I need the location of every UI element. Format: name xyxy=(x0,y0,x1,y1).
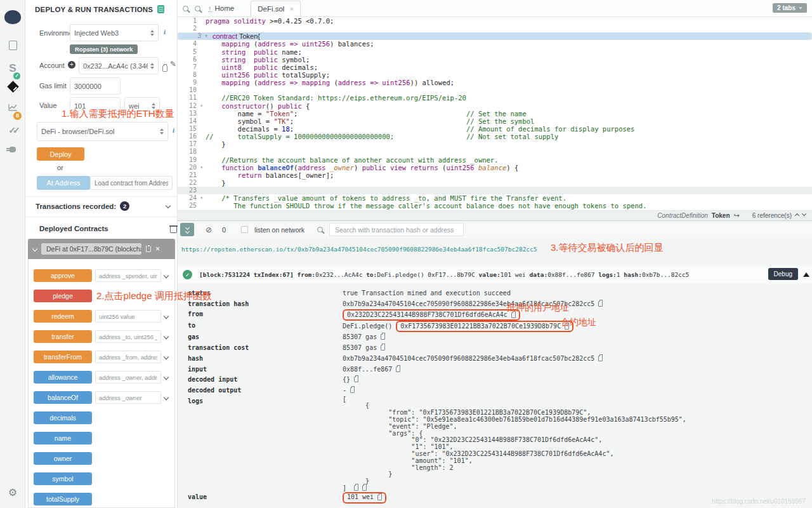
listen-checkbox[interactable] xyxy=(241,226,248,233)
copy-icon[interactable] xyxy=(354,485,358,491)
plugin-book-icon[interactable] xyxy=(157,5,164,13)
code-line[interactable]: 8 uint256 public totalSupply; xyxy=(178,71,812,79)
terminal-expand-icon[interactable] xyxy=(180,223,194,236)
expand-redeem-icon[interactable] xyxy=(164,314,169,319)
code-line[interactable]: 24▾ /* Transfers _value amount of tokens… xyxy=(178,194,812,202)
zoom-in-icon[interactable] xyxy=(195,6,200,11)
prev-reference-icon[interactable] xyxy=(795,213,799,218)
collapse-tx-icon[interactable] xyxy=(803,272,809,277)
code-line[interactable]: 21 return balances[_owner]; xyxy=(178,171,812,179)
deployed-contract-header[interactable]: DeFi at 0xF17...8b79C (blockchain) × xyxy=(28,239,175,259)
debug-button[interactable]: Debug xyxy=(768,268,798,280)
copy-icon[interactable] xyxy=(396,366,400,372)
at-address-input[interactable] xyxy=(90,176,173,190)
transfer-button[interactable]: transfer xyxy=(34,330,92,343)
owner-button[interactable]: owner xyxy=(34,452,92,465)
clear-contracts-trash-icon[interactable] xyxy=(170,225,177,233)
contract-info-icon[interactable]: i xyxy=(173,126,174,134)
deploy-run-icon[interactable] xyxy=(0,83,25,91)
code-line[interactable]: 14 symbol = "TK"; // Set the symbol xyxy=(178,117,812,125)
balanceOf-button[interactable]: balanceOf xyxy=(34,391,92,404)
contract-select[interactable]: DeFi - browser/DeFi.sol xyxy=(37,122,168,141)
copy-icon[interactable] xyxy=(598,356,603,361)
copy-icon[interactable] xyxy=(350,387,355,393)
environment-info-icon[interactable]: i xyxy=(164,28,166,36)
close-tab-icon[interactable]: × xyxy=(289,5,293,13)
settings-gear-icon[interactable]: ⚙ xyxy=(0,486,25,498)
code-line[interactable]: 10 xyxy=(178,86,812,94)
approve-args-input[interactable] xyxy=(95,269,161,282)
at-address-button[interactable]: At Address xyxy=(37,176,90,190)
expand-allowance-icon[interactable] xyxy=(164,375,169,380)
approve-button[interactable]: approve xyxy=(34,269,92,282)
tab-defi-sol[interactable]: DeFi.sol× xyxy=(251,1,301,18)
redeem-args-input[interactable] xyxy=(95,310,161,323)
remove-contract-icon[interactable]: × xyxy=(155,244,160,253)
pledge-button[interactable]: pledge xyxy=(34,290,92,302)
expand-approve-icon[interactable] xyxy=(164,273,169,278)
unit-testing-icon[interactable]: ✓✓ xyxy=(0,125,25,135)
code-line[interactable]: 13 name = "Token"; // Set the name xyxy=(178,110,812,117)
copy-contract-icon[interactable] xyxy=(146,246,151,252)
code-line[interactable]: 3▾contract Token{ xyxy=(178,32,812,40)
transferFrom-button[interactable]: transferFrom xyxy=(34,351,92,363)
terminal-search-input[interactable] xyxy=(329,223,464,236)
gas-limit-input[interactable] xyxy=(70,77,121,95)
totalSupply-button[interactable]: totalSupply xyxy=(34,493,92,505)
code-line[interactable]: 7 uint8 public decimals; xyxy=(178,64,812,71)
fold-icon[interactable]: ▾ xyxy=(200,102,203,110)
code-line[interactable]: 2 xyxy=(178,25,812,32)
publish-icon[interactable]: ↑ xyxy=(208,5,212,12)
copy-icon[interactable] xyxy=(598,301,603,307)
zoom-out-icon[interactable] xyxy=(183,6,188,11)
file-explorer-icon[interactable] xyxy=(0,41,25,50)
code-line[interactable]: 9 mapping (address => mapping (address =… xyxy=(178,79,812,86)
code-line[interactable]: 4 mapping (address => uint256) balances; xyxy=(178,40,812,48)
code-line[interactable]: 25 The function SHOULD throw if the mess… xyxy=(178,202,812,210)
code-line[interactable]: 1pragma solidity >=0.4.25 <0.7.0; xyxy=(178,17,812,25)
code-line[interactable]: 15 decimals = 18; // Amount of decimals … xyxy=(178,125,812,133)
terminal-body[interactable]: https://ropsten.etherscan.io/tx/0xb7b9a2… xyxy=(178,238,812,508)
solidity-compiler-icon[interactable]: S✓ xyxy=(0,62,25,75)
create-account-icon[interactable]: + xyxy=(68,61,75,69)
deploy-button[interactable]: Deploy xyxy=(37,147,84,161)
copy-icon[interactable] xyxy=(381,345,385,351)
fold-icon[interactable]: ▾ xyxy=(200,164,203,171)
contract-collapse-icon[interactable] xyxy=(32,246,37,251)
copy-icon[interactable] xyxy=(381,334,385,340)
code-line[interactable]: 17 } xyxy=(178,140,812,148)
sign-message-icon[interactable]: ✎ xyxy=(170,60,176,69)
code-line[interactable]: 22 } xyxy=(178,179,812,187)
analysis-icon[interactable]: 8 xyxy=(0,104,25,111)
next-reference-icon[interactable] xyxy=(802,211,806,216)
allowance-button[interactable]: allowance xyxy=(34,371,92,384)
balanceOf-args-input[interactable] xyxy=(95,391,161,404)
tab-home[interactable]: ↑Home xyxy=(208,4,234,12)
code-line[interactable]: 5 string public name; xyxy=(178,48,812,56)
symbol-button[interactable]: symbol xyxy=(34,472,92,485)
copy-icon[interactable] xyxy=(362,485,367,491)
code-line[interactable]: 11 //ERC20 Token Standard: https://eips.… xyxy=(178,94,812,102)
tx-summary-row[interactable]: ✓ [block:7531224 txIndex:67] from:0x232.… xyxy=(178,266,812,283)
environment-select[interactable]: Injected Web3 xyxy=(70,24,159,41)
tx-recorded-collapse-icon[interactable] xyxy=(166,203,171,208)
code-line[interactable]: 6 string public symbol; xyxy=(178,56,812,64)
name-button[interactable]: name xyxy=(34,432,92,444)
debugger-icon[interactable] xyxy=(0,147,25,152)
redeem-button[interactable]: redeem xyxy=(34,310,92,323)
remix-logo-icon[interactable] xyxy=(0,10,25,24)
goto-icon[interactable]: ↪ xyxy=(734,211,740,220)
decimals-button[interactable]: decimals xyxy=(34,411,92,424)
expand-transferFrom-icon[interactable] xyxy=(164,354,169,359)
etherscan-link[interactable]: https://ropsten.etherscan.io/tx/0xb7b9a2… xyxy=(181,246,812,255)
account-select[interactable]: 0x232...AcA4c (3.34673 xyxy=(79,57,159,74)
transferFrom-args-input[interactable] xyxy=(95,351,161,363)
code-line[interactable]: 19 //Returns the account balance of anot… xyxy=(178,156,812,164)
expand-balanceOf-icon[interactable] xyxy=(164,395,169,400)
code-line[interactable]: 23 xyxy=(178,187,812,194)
expand-transfer-icon[interactable] xyxy=(164,334,169,339)
copy-icon[interactable] xyxy=(377,495,382,500)
transfer-args-input[interactable] xyxy=(95,330,161,343)
allowance-args-input[interactable] xyxy=(95,371,161,384)
fold-icon[interactable]: ▾ xyxy=(205,32,207,40)
